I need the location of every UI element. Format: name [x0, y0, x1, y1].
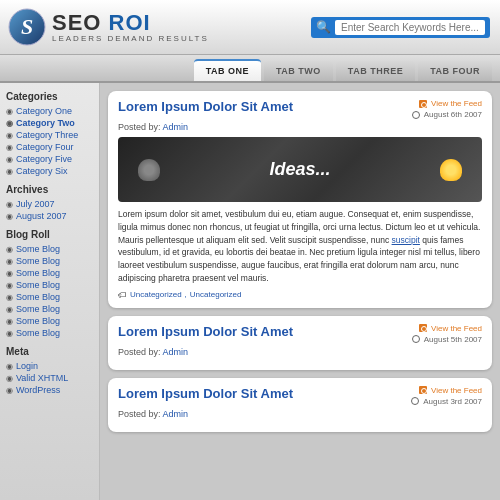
tag-icon-1: 🏷	[118, 290, 127, 300]
logo-tagline: Leaders Demand Results	[52, 34, 209, 43]
post-byline-3: Posted by: Admin	[118, 409, 482, 419]
sidebar-blog-6[interactable]: ◉Some Blog	[6, 304, 93, 314]
clock-icon-2	[412, 335, 420, 343]
post-header-2: Lorem Ipsum Dolor Sit Amet View the Feed…	[118, 324, 482, 344]
sidebar-meta-login[interactable]: ◉Login	[6, 361, 93, 371]
clock-icon-3	[411, 397, 419, 405]
main-layout: Categories ◉Category One ◉Category Two ◉…	[0, 83, 500, 500]
view-feed-2[interactable]: View the Feed	[419, 324, 482, 333]
sidebar-item-august[interactable]: ◉August 2007	[6, 211, 93, 221]
sidebar-item-cat3[interactable]: ◉Category Three	[6, 130, 93, 140]
tab-tab-three[interactable]: TAB THREE	[336, 61, 415, 81]
search-icon: 🔍	[316, 20, 331, 34]
sidebar-blog-5[interactable]: ◉Some Blog	[6, 292, 93, 302]
svg-text:S: S	[21, 14, 33, 39]
view-feed-1[interactable]: View the Feed	[419, 99, 482, 108]
logo-text: SEO ROI Leaders Demand Results	[52, 12, 209, 43]
post-image-1: Ideas...	[118, 137, 482, 202]
post-byline-1: Posted by: Admin	[118, 122, 482, 132]
post-header-3: Lorem Ipsum Dolor Sit Amet View the Feed…	[118, 386, 482, 406]
post-author-link-2[interactable]: Admin	[163, 347, 189, 357]
post-meta-right-3: View the Feed August 3rd 2007	[411, 386, 482, 406]
sidebar-categories-title: Categories	[6, 91, 93, 102]
logo-roi: ROI	[109, 10, 151, 35]
post-date-3: August 3rd 2007	[411, 397, 482, 406]
tab-tab-four[interactable]: TAB FOUR	[418, 61, 492, 81]
header: S SEO ROI Leaders Demand Results 🔍	[0, 0, 500, 55]
post-date-1: August 6th 2007	[412, 110, 482, 119]
sidebar-blog-3[interactable]: ◉Some Blog	[6, 268, 93, 278]
post-body-1: Lorem ipsum dolor sit amet, vestibulum d…	[118, 208, 482, 285]
sidebar-item-cat4[interactable]: ◉Category Four	[6, 142, 93, 152]
sidebar-blogroll-title: Blog Roll	[6, 229, 93, 240]
post-title-3[interactable]: Lorem Ipsum Dolor Sit Amet	[118, 386, 293, 401]
tab-tab-two[interactable]: TAB TWO	[264, 61, 333, 81]
post-link-suscipit[interactable]: suscipit	[392, 235, 420, 245]
post-title-1[interactable]: Lorem Ipsum Dolor Sit Amet	[118, 99, 293, 114]
sidebar-blog-7[interactable]: ◉Some Blog	[6, 316, 93, 326]
post-date-2: August 5th 2007	[412, 335, 482, 344]
sidebar-meta-wp[interactable]: ◉WordPress	[6, 385, 93, 395]
sidebar-item-cat1[interactable]: ◉Category One	[6, 106, 93, 116]
view-feed-3[interactable]: View the Feed	[419, 386, 482, 395]
post-author-link-3[interactable]: Admin	[163, 409, 189, 419]
search-area[interactable]: 🔍	[311, 17, 490, 38]
post-tags-1: 🏷 Uncategorized , Uncategorized	[118, 290, 482, 300]
tab-tab-one[interactable]: TAB ONE	[194, 59, 261, 81]
post-card-2: Lorem Ipsum Dolor Sit Amet View the Feed…	[108, 316, 492, 370]
bulb-right-icon	[440, 159, 462, 181]
sidebar-item-cat6[interactable]: ◉Category Six	[6, 166, 93, 176]
sidebar-blog-2[interactable]: ◉Some Blog	[6, 256, 93, 266]
sidebar-blog-8[interactable]: ◉Some Blog	[6, 328, 93, 338]
post-meta-right-2: View the Feed August 5th 2007	[412, 324, 482, 344]
post-title-2[interactable]: Lorem Ipsum Dolor Sit Amet	[118, 324, 293, 339]
clock-icon-1	[412, 111, 420, 119]
logo-heading: SEO ROI	[52, 12, 209, 34]
content-area: Lorem Ipsum Dolor Sit Amet View the Feed…	[100, 83, 500, 500]
sidebar-blog-1[interactable]: ◉Some Blog	[6, 244, 93, 254]
post-image-text: Ideas...	[269, 159, 330, 180]
bulb-left-icon	[138, 159, 160, 181]
logo-seo: SEO	[52, 10, 101, 35]
feed-icon-1	[419, 100, 427, 108]
sidebar-archives-title: Archives	[6, 184, 93, 195]
sidebar-item-cat5[interactable]: ◉Category Five	[6, 154, 93, 164]
post-meta-right-1: View the Feed August 6th 2007	[412, 99, 482, 119]
post-card-1: Lorem Ipsum Dolor Sit Amet View the Feed…	[108, 91, 492, 308]
post-header-1: Lorem Ipsum Dolor Sit Amet View the Feed…	[118, 99, 482, 119]
sidebar-blog-4[interactable]: ◉Some Blog	[6, 280, 93, 290]
sidebar-meta-xhtml[interactable]: ◉Valid XHTML	[6, 373, 93, 383]
post-card-3: Lorem Ipsum Dolor Sit Amet View the Feed…	[108, 378, 492, 432]
sidebar-item-july[interactable]: ◉July 2007	[6, 199, 93, 209]
sidebar-meta-title: Meta	[6, 346, 93, 357]
feed-icon-2	[419, 324, 427, 332]
nav-tabs: TAB ONE TAB TWO TAB THREE TAB FOUR	[0, 55, 500, 83]
post-byline-2: Posted by: Admin	[118, 347, 482, 357]
post-author-link-1[interactable]: Admin	[163, 122, 189, 132]
sidebar: Categories ◉Category One ◉Category Two ◉…	[0, 83, 100, 500]
post-tag-1a[interactable]: Uncategorized	[130, 290, 182, 299]
logo-area: S SEO ROI Leaders Demand Results	[8, 8, 209, 46]
post-tag-1b[interactable]: Uncategorized	[190, 290, 242, 299]
logo-icon: S	[8, 8, 46, 46]
search-input[interactable]	[335, 20, 485, 35]
sidebar-item-cat2[interactable]: ◉Category Two	[6, 118, 93, 128]
feed-icon-3	[419, 386, 427, 394]
